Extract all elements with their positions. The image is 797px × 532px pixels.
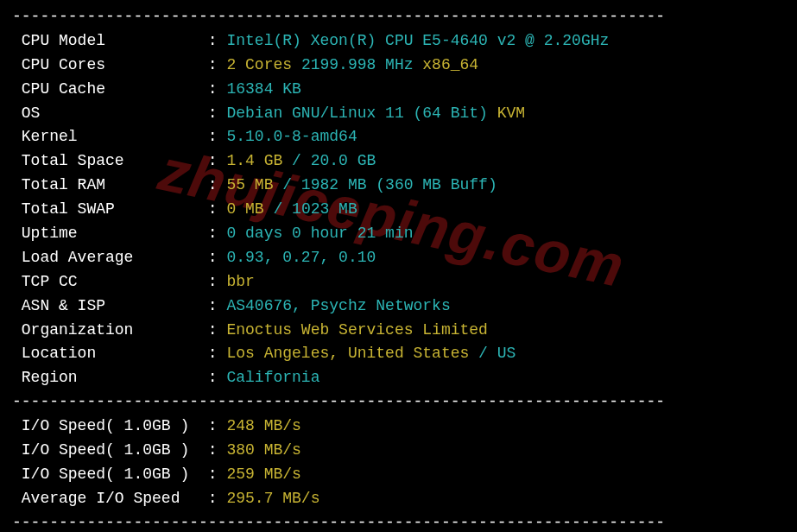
row-label: Location <box>12 345 208 362</box>
io_rows: Average I/O Speed : 295.7 MB/s <box>12 487 785 511</box>
row-label: Kernel <box>12 128 208 145</box>
row-value: 0 MB <box>226 200 263 218</box>
row-label: TCP CC <box>12 273 208 290</box>
row-value: 259 MB/s <box>226 466 300 483</box>
row-value: 2 Cores <box>226 56 292 73</box>
row-label: I/O Speed( 1.0GB ) <box>12 441 208 459</box>
row-value: 5.10.0-8-amd64 <box>226 128 357 145</box>
row-value: / 1982 MB <box>273 176 366 193</box>
row-value: California <box>226 369 319 386</box>
row-value: 295.7 MB/s <box>226 490 319 507</box>
row-label: Total SWAP <box>12 200 208 218</box>
row-colon: : <box>208 249 227 266</box>
row-label: Load Average <box>12 249 208 266</box>
row-value: Enoctus Web Services Limited <box>226 321 487 339</box>
io_rows: I/O Speed( 1.0GB ) : 380 MB/s <box>12 439 785 463</box>
row-label: CPU Cache <box>12 80 208 98</box>
row-value: Debian GNU/Linux 11 (64 Bit) <box>226 104 487 122</box>
row-value: / US <box>469 345 516 362</box>
row-colon: : <box>208 417 227 434</box>
row-value: bbr <box>226 273 254 290</box>
row-colon: : <box>208 466 227 483</box>
row-label: Average I/O Speed <box>12 490 208 507</box>
row-colon: : <box>208 225 227 242</box>
divider-bottom: ----------------------------------------… <box>12 511 785 532</box>
row-colon: : <box>208 80 227 98</box>
row-value: 2199.998 MHz <box>292 56 413 73</box>
rows: Total RAM : 55 MB / 1982 MB (360 MB Buff… <box>12 174 785 198</box>
rows: Location : Los Angeles, United States / … <box>12 342 785 366</box>
row-value: Intel(R) Xeon(R) CPU E5-4640 v2 @ 2.20GH… <box>226 32 609 49</box>
row-value: x86_64 <box>414 56 479 73</box>
io-speed-block: I/O Speed( 1.0GB ) : 248 MB/s I/O Speed(… <box>12 415 785 511</box>
rows: CPU Cache : 16384 KB <box>12 78 785 102</box>
rows: Total Space : 1.4 GB / 20.0 GB <box>12 149 785 174</box>
system-info-block: CPU Model : Intel(R) Xeon(R) CPU E5-4640… <box>12 29 785 390</box>
row-value: / 20.0 GB <box>282 152 376 169</box>
row-value: / 1023 MB <box>264 200 357 218</box>
row-colon: : <box>208 56 227 73</box>
row-colon: : <box>208 297 227 314</box>
row-label: I/O Speed( 1.0GB ) <box>12 466 208 483</box>
rows: ASN & ISP : AS40676, Psychz Networks <box>12 294 785 319</box>
row-label: Region <box>12 369 208 386</box>
row-value: 0 days 0 hour 21 min <box>226 225 413 242</box>
row-colon: : <box>208 176 227 193</box>
row-value: 248 MB/s <box>226 417 300 434</box>
row-colon: : <box>208 345 227 362</box>
row-label: I/O Speed( 1.0GB ) <box>12 417 208 434</box>
row-label: Uptime <box>12 225 208 242</box>
row-label: Total Space <box>12 152 208 169</box>
row-value: 380 MB/s <box>226 441 300 459</box>
io_rows: I/O Speed( 1.0GB ) : 248 MB/s <box>12 415 785 439</box>
row-value: 16384 KB <box>226 80 300 98</box>
row-value: 0.93, 0.27, 0.10 <box>226 249 376 266</box>
rows: Organization : Enoctus Web Services Limi… <box>12 319 785 343</box>
row-colon: : <box>208 32 227 49</box>
row-colon: : <box>208 200 227 218</box>
row-label: OS <box>12 104 208 122</box>
row-value: 55 MB <box>226 176 273 193</box>
io_rows: I/O Speed( 1.0GB ) : 259 MB/s <box>12 463 785 487</box>
rows: OS : Debian GNU/Linux 11 (64 Bit) KVM <box>12 102 785 126</box>
row-label: Total RAM <box>12 176 208 193</box>
rows: Uptime : 0 days 0 hour 21 min <box>12 222 785 246</box>
row-colon: : <box>208 128 227 145</box>
rows: CPU Cores : 2 Cores 2199.998 MHz x86_64 <box>12 54 785 78</box>
row-colon: : <box>208 490 227 507</box>
row-value: AS40676, Psychz Networks <box>226 297 450 314</box>
rows: Load Average : 0.93, 0.27, 0.10 <box>12 246 785 270</box>
row-colon: : <box>208 321 227 339</box>
rows: CPU Model : Intel(R) Xeon(R) CPU E5-4640… <box>12 29 785 54</box>
terminal-output: ----------------------------------------… <box>0 0 797 532</box>
row-colon: : <box>208 369 227 386</box>
row-colon: : <box>208 104 227 122</box>
rows: TCP CC : bbr <box>12 270 785 294</box>
row-label: Organization <box>12 321 208 339</box>
divider-mid: ----------------------------------------… <box>12 390 785 415</box>
rows: Total SWAP : 0 MB / 1023 MB <box>12 198 785 222</box>
row-value: KVM <box>488 104 525 122</box>
row-label: CPU Cores <box>12 56 208 73</box>
rows: Region : California <box>12 366 785 390</box>
row-label: CPU Model <box>12 32 208 49</box>
row-label: ASN & ISP <box>12 297 208 314</box>
row-colon: : <box>208 152 227 169</box>
row-value: 1.4 GB <box>226 152 282 169</box>
divider-top: ----------------------------------------… <box>12 5 785 29</box>
row-value: Los Angeles, United States <box>226 345 469 362</box>
row-colon: : <box>208 273 227 290</box>
rows: Kernel : 5.10.0-8-amd64 <box>12 125 785 149</box>
row-colon: : <box>208 441 227 459</box>
row-value: (360 MB Buff) <box>367 176 497 193</box>
